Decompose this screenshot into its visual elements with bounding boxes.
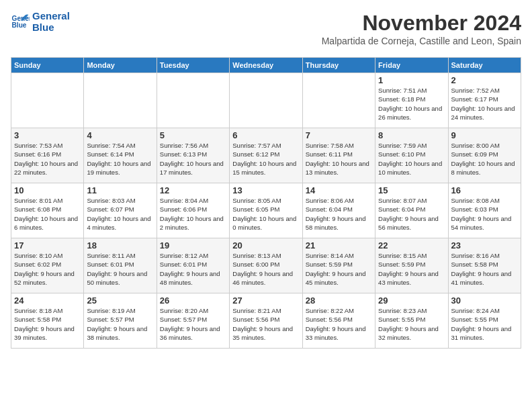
day-info: Sunset: 6:01 PM xyxy=(160,260,226,269)
day-info: Sunset: 5:58 PM xyxy=(451,260,518,269)
day-info: Daylight: 9 hours and 35 minutes. xyxy=(232,324,299,342)
day-info: Daylight: 10 hours and 15 minutes. xyxy=(232,159,299,177)
day-info: Sunrise: 7:51 AM xyxy=(378,86,445,95)
day-info: Sunset: 6:02 PM xyxy=(14,260,81,269)
day-info: Sunset: 5:56 PM xyxy=(306,315,372,324)
day-info: Sunset: 6:09 PM xyxy=(451,150,518,158)
day-info: Daylight: 9 hours and 31 minutes. xyxy=(451,324,518,342)
calendar-cell: 10Sunrise: 8:01 AMSunset: 6:08 PMDayligh… xyxy=(11,183,84,238)
day-info: Sunset: 6:05 PM xyxy=(232,205,299,214)
day-number: 26 xyxy=(160,295,226,306)
logo-line2: Blue xyxy=(32,22,70,34)
day-info: Daylight: 10 hours and 24 minutes. xyxy=(451,104,518,122)
day-info: Sunrise: 8:12 AM xyxy=(160,251,226,260)
calendar-cell: 20Sunrise: 8:13 AMSunset: 6:00 PMDayligh… xyxy=(230,238,302,293)
day-info: Sunrise: 7:54 AM xyxy=(87,141,153,150)
day-info: Sunrise: 8:19 AM xyxy=(87,306,153,315)
page-subtitle: Malpartida de Corneja, Castille and Leon… xyxy=(322,36,521,46)
day-number: 11 xyxy=(87,185,153,195)
day-info: Sunset: 6:18 PM xyxy=(378,95,445,103)
day-number: 6 xyxy=(232,130,299,140)
day-info: Sunrise: 8:24 AM xyxy=(451,306,518,315)
day-info: Daylight: 10 hours and 10 minutes. xyxy=(378,159,445,177)
day-number: 30 xyxy=(451,295,518,306)
day-info: Daylight: 9 hours and 56 minutes. xyxy=(378,214,445,232)
calendar-cell: 30Sunrise: 8:24 AMSunset: 5:55 PMDayligh… xyxy=(448,293,521,349)
day-info: Daylight: 9 hours and 52 minutes. xyxy=(14,269,81,287)
calendar-cell: 6Sunrise: 7:57 AMSunset: 6:12 PMDaylight… xyxy=(230,128,302,183)
day-info: Sunset: 6:08 PM xyxy=(14,205,81,214)
day-info: Sunset: 6:12 PM xyxy=(232,150,299,158)
day-info: Sunrise: 8:00 AM xyxy=(451,141,518,150)
day-number: 27 xyxy=(232,295,299,306)
day-info: Sunset: 6:13 PM xyxy=(160,150,226,158)
calendar-cell xyxy=(302,73,375,128)
day-info: Daylight: 9 hours and 38 minutes. xyxy=(87,324,153,342)
day-info: Sunrise: 8:18 AM xyxy=(14,306,81,315)
day-number: 7 xyxy=(306,130,372,140)
day-info: Sunset: 5:56 PM xyxy=(232,315,299,324)
day-info: Sunrise: 7:52 AM xyxy=(451,86,518,95)
day-info: Sunrise: 8:11 AM xyxy=(87,251,153,260)
calendar-cell: 9Sunrise: 8:00 AMSunset: 6:09 PMDaylight… xyxy=(448,128,521,183)
day-number: 5 xyxy=(160,130,226,140)
col-header-wednesday: Wednesday xyxy=(230,58,302,73)
calendar-cell xyxy=(84,73,157,128)
day-info: Sunrise: 7:57 AM xyxy=(232,141,299,150)
day-info: Daylight: 9 hours and 46 minutes. xyxy=(232,269,299,287)
day-info: Daylight: 10 hours and 4 minutes. xyxy=(87,214,153,232)
col-header-sunday: Sunday xyxy=(11,58,84,73)
day-info: Sunrise: 7:53 AM xyxy=(14,141,81,150)
day-info: Sunrise: 8:07 AM xyxy=(378,196,445,205)
day-info: Daylight: 9 hours and 54 minutes. xyxy=(451,214,518,232)
day-info: Sunset: 6:00 PM xyxy=(232,260,299,269)
day-info: Sunset: 6:17 PM xyxy=(451,95,518,103)
day-number: 15 xyxy=(378,185,445,195)
day-info: Daylight: 10 hours and 6 minutes. xyxy=(14,214,81,232)
calendar-cell: 4Sunrise: 7:54 AMSunset: 6:14 PMDaylight… xyxy=(84,128,157,183)
col-header-friday: Friday xyxy=(375,58,448,73)
day-number: 28 xyxy=(306,295,372,306)
day-info: Sunset: 5:55 PM xyxy=(451,315,518,324)
day-info: Daylight: 10 hours and 2 minutes. xyxy=(160,214,226,232)
day-number: 25 xyxy=(87,295,153,306)
calendar-cell: 24Sunrise: 8:18 AMSunset: 5:58 PMDayligh… xyxy=(11,293,84,349)
day-number: 17 xyxy=(14,240,81,250)
calendar-cell: 28Sunrise: 8:22 AMSunset: 5:56 PMDayligh… xyxy=(302,293,375,349)
day-info: Sunset: 6:06 PM xyxy=(160,205,226,214)
calendar-cell: 22Sunrise: 8:15 AMSunset: 5:59 PMDayligh… xyxy=(375,238,448,293)
calendar-cell xyxy=(11,73,84,128)
day-number: 24 xyxy=(14,295,81,306)
day-info: Sunrise: 8:20 AM xyxy=(160,306,226,315)
day-info: Sunset: 6:10 PM xyxy=(378,150,445,158)
day-number: 8 xyxy=(378,130,445,140)
day-number: 1 xyxy=(378,75,445,85)
day-info: Daylight: 10 hours and 13 minutes. xyxy=(306,159,372,177)
day-number: 3 xyxy=(14,130,81,140)
day-number: 20 xyxy=(232,240,299,250)
calendar-cell: 13Sunrise: 8:05 AMSunset: 6:05 PMDayligh… xyxy=(230,183,302,238)
day-number: 19 xyxy=(160,240,226,250)
calendar-cell: 29Sunrise: 8:23 AMSunset: 5:55 PMDayligh… xyxy=(375,293,448,349)
day-info: Sunrise: 8:22 AM xyxy=(306,306,372,315)
day-number: 16 xyxy=(451,185,518,195)
day-info: Sunset: 5:59 PM xyxy=(378,260,445,269)
day-info: Sunrise: 7:56 AM xyxy=(160,141,226,150)
day-info: Sunrise: 8:14 AM xyxy=(306,251,372,260)
day-info: Sunset: 5:57 PM xyxy=(87,315,153,324)
calendar-cell: 18Sunrise: 8:11 AMSunset: 6:01 PMDayligh… xyxy=(84,238,157,293)
calendar-cell: 1Sunrise: 7:51 AMSunset: 6:18 PMDaylight… xyxy=(375,73,448,128)
day-number: 29 xyxy=(378,295,445,306)
calendar-cell: 25Sunrise: 8:19 AMSunset: 5:57 PMDayligh… xyxy=(84,293,157,349)
day-info: Sunrise: 8:16 AM xyxy=(451,251,518,260)
calendar-cell: 27Sunrise: 8:21 AMSunset: 5:56 PMDayligh… xyxy=(230,293,302,349)
calendar-cell: 19Sunrise: 8:12 AMSunset: 6:01 PMDayligh… xyxy=(157,238,229,293)
day-info: Daylight: 10 hours and 19 minutes. xyxy=(87,159,153,177)
day-info: Sunrise: 8:13 AM xyxy=(232,251,299,260)
day-info: Sunrise: 8:15 AM xyxy=(378,251,445,260)
day-info: Sunset: 6:04 PM xyxy=(306,205,372,214)
calendar-cell: 12Sunrise: 8:04 AMSunset: 6:06 PMDayligh… xyxy=(157,183,229,238)
day-info: Daylight: 9 hours and 36 minutes. xyxy=(160,324,226,342)
day-info: Daylight: 9 hours and 41 minutes. xyxy=(451,269,518,287)
day-info: Sunrise: 8:08 AM xyxy=(451,196,518,205)
